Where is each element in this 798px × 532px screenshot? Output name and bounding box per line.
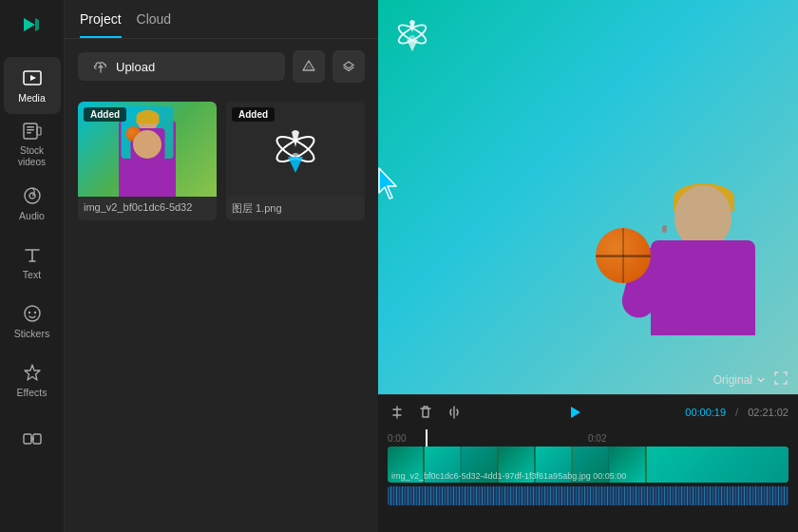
audio-marker-button[interactable] (445, 403, 464, 422)
svg-rect-6 (37, 127, 41, 135)
upload-icon (93, 59, 108, 74)
media-icon (22, 67, 43, 88)
sidebar-item-effects-label: Effects (17, 387, 48, 398)
svg-rect-13 (33, 434, 41, 444)
app-logo (15, 8, 49, 42)
sidebar-item-text[interactable]: Text (4, 234, 61, 291)
sidebar-item-effects[interactable]: Effects (4, 352, 61, 408)
person-torso (651, 240, 755, 335)
preview-person (551, 176, 798, 394)
sidebar-item-stickers[interactable]: Stickers (4, 293, 61, 350)
person-earring (662, 225, 667, 233)
sidebar-item-text-label: Text (23, 269, 41, 280)
timeline-separator: / (735, 407, 738, 418)
timeline-ruler: 0:00 0:02 (378, 429, 798, 446)
google-drive-button[interactable] (293, 50, 325, 83)
preview-area[interactable]: Original (378, 0, 798, 394)
dropbox-button[interactable] (332, 50, 365, 83)
upload-button[interactable]: Upload (78, 52, 285, 81)
delete-button[interactable] (416, 403, 435, 422)
audio-icon (22, 185, 43, 206)
sidebar-item-stock-videos[interactable]: Stockvideos (4, 116, 61, 173)
media-item-1[interactable]: Added img_v2_bf0c1dc6-5d32 (78, 102, 217, 220)
tab-cloud[interactable]: Cloud (137, 11, 172, 38)
panel-tabs: Project Cloud (65, 0, 378, 39)
sidebar-item-stickers-label: Stickers (14, 328, 49, 339)
sidebar-item-audio[interactable]: Audio (4, 175, 61, 232)
split-button[interactable] (388, 403, 407, 422)
dropbox-icon (340, 58, 357, 75)
svg-rect-4 (27, 129, 34, 131)
preview-canvas (378, 0, 798, 394)
media-filename-2: 图层 1.png (226, 197, 365, 220)
person-basketball (596, 228, 651, 283)
sidebar-item-stock-videos-label: Stockvideos (18, 145, 46, 168)
logo-preview-svg (267, 121, 324, 178)
svg-marker-1 (30, 75, 36, 81)
quality-selector[interactable]: Original (713, 373, 766, 387)
google-drive-icon (300, 58, 317, 75)
timeline: 00:00:19 / 02:21:02 0:00 0:02 (378, 394, 798, 532)
chevron-down-icon (756, 375, 766, 385)
svg-rect-5 (27, 132, 31, 134)
preview-logo-overlay (391, 13, 433, 59)
svg-rect-12 (24, 434, 31, 444)
person-head (674, 185, 732, 247)
svg-point-11 (33, 312, 35, 314)
upload-label: Upload (116, 60, 155, 74)
sidebar-item-media[interactable]: Media (4, 57, 61, 114)
quality-label: Original (713, 373, 752, 387)
sidebar-item-media-label: Media (18, 92, 46, 104)
ruler-mark-2: 0:02 (588, 433, 655, 444)
playhead (426, 429, 428, 446)
effects-icon (22, 362, 43, 383)
transitions-icon (22, 428, 43, 449)
sidebar: Media Stockvideos Audio (0, 0, 65, 532)
ruler-mark-0: 0:00 (388, 433, 454, 444)
svg-rect-2 (24, 124, 37, 139)
media-item-2[interactable]: Added 图层 1.png (226, 102, 365, 220)
fullscreen-button[interactable] (773, 370, 788, 389)
svg-marker-20 (571, 407, 580, 418)
media-filename-1: img_v2_bf0c1dc6-5d32 (78, 197, 217, 218)
svg-rect-3 (27, 126, 34, 128)
stickers-icon (22, 303, 43, 324)
timeline-total-time: 02:21:02 (748, 407, 788, 418)
sidebar-item-audio-label: Audio (19, 210, 45, 221)
added-badge-2: Added (232, 107, 275, 122)
timeline-toolbar: 00:00:19 / 02:21:02 (378, 395, 798, 429)
main-area: Original (378, 0, 798, 532)
panel-toolbar: Upload (65, 39, 378, 94)
audio-waveform (388, 486, 788, 505)
preview-logo-svg (391, 13, 433, 55)
media-grid: Added img_v2_bf0c1dc6-5d32 Added 图层 1.pn… (65, 94, 378, 228)
preview-controls: Original (713, 370, 788, 389)
timeline-current-time: 00:00:19 (685, 407, 726, 418)
stock-videos-icon (22, 121, 43, 142)
svg-point-9 (25, 306, 40, 321)
media-panel: Project Cloud Upload (65, 0, 378, 532)
audio-track[interactable] (388, 486, 788, 505)
video-track-label: img_v2_bf0c1dc6-5d32-4dd1-97df-1f3f61a95… (391, 471, 626, 481)
sidebar-item-transitions[interactable] (4, 410, 61, 467)
text-icon (22, 244, 43, 265)
play-button[interactable] (560, 398, 589, 427)
video-track[interactable]: img_v2_bf0c1dc6-5d32-4dd1-97df-1f3f61a95… (388, 446, 788, 483)
tab-project[interactable]: Project (80, 11, 122, 38)
timeline-tracks: img_v2_bf0c1dc6-5d32-4dd1-97df-1f3f61a95… (378, 446, 798, 532)
added-badge-1: Added (84, 107, 126, 122)
svg-point-10 (28, 312, 29, 314)
